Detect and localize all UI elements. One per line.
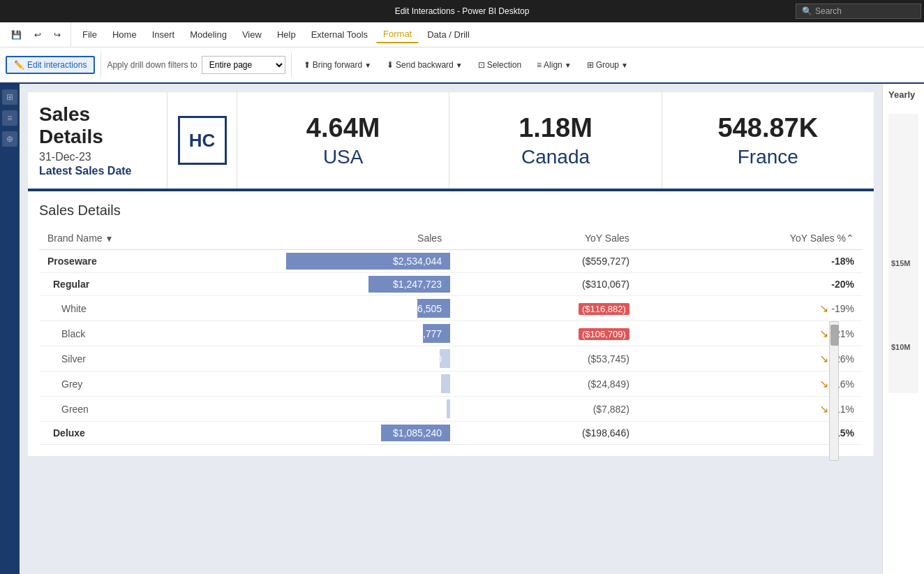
kpi-brand-date: 31-Dec-23	[39, 151, 156, 163]
kpi-brand: Sales Details 31-Dec-23 Latest Sales Dat…	[28, 92, 167, 189]
bring-forward-label: Bring forward	[313, 60, 362, 70]
yearly-chart[interactable]: $15M $10M	[888, 114, 918, 393]
send-backward-arrow: ▼	[456, 61, 463, 69]
kpi-value-france: 548.87K	[717, 113, 818, 143]
kpi-brand-label: Latest Sales Date	[39, 165, 156, 177]
row-sales-0: $2,534,044	[268, 250, 450, 273]
send-backward-btn[interactable]: ⬇ Send backward ▼	[380, 57, 469, 73]
save-icon-btn[interactable]: 💾	[6, 27, 27, 43]
sidebar-icon-grid[interactable]: ⊞	[2, 89, 17, 105]
kpi-label-canada: Canada	[521, 146, 590, 168]
menu-external-tools[interactable]: External Tools	[304, 27, 375, 43]
title-bar: Edit Interactions - Power BI Desktop 🔍 S…	[0, 0, 924, 22]
apply-drill-select[interactable]: Entire page	[202, 56, 285, 74]
th-brand-name[interactable]: Brand Name ▼	[39, 227, 268, 250]
row-yoy-1: ($310,067)	[450, 273, 638, 296]
undo-btn[interactable]: ↩	[29, 27, 47, 43]
menu-file[interactable]: File	[75, 27, 104, 43]
chart-label-10m: $10M	[891, 343, 911, 351]
menu-bar: 💾 ↩ ↪ File Home Insert Modeling View Hel…	[0, 22, 924, 47]
menu-home[interactable]: Home	[105, 27, 144, 43]
table-title: Sales Details	[39, 203, 863, 219]
kpi-label-usa: USA	[323, 146, 364, 168]
kpi-brand-title: Sales Details	[39, 103, 156, 148]
row-yoy-5: ($24,849)	[450, 371, 638, 397]
row-sales-4: $149,830	[268, 346, 450, 371]
bring-forward-arrow: ▼	[364, 61, 371, 69]
selection-btn[interactable]: ⊡ Selection	[472, 57, 528, 73]
sidebar-icon-table[interactable]: ≡	[2, 110, 17, 126]
th-sales[interactable]: Sales	[268, 227, 450, 250]
align-icon: ≡	[537, 60, 542, 70]
window-title: Edit Interactions - Power BI Desktop	[395, 6, 530, 16]
sort-arrow: ▼	[105, 234, 113, 244]
kpi-header: Sales Details 31-Dec-23 Latest Sales Dat…	[28, 92, 874, 191]
kpi-label-france: France	[738, 146, 798, 168]
row-yoy-0: ($559,727)	[450, 250, 638, 273]
menu-data-drill[interactable]: Data / Drill	[420, 27, 477, 43]
search-placeholder: Search	[815, 6, 842, 16]
selection-icon: ⊡	[478, 60, 485, 70]
right-panel-label: Yearly	[888, 89, 915, 100]
group-btn[interactable]: ⊞ Group ▼	[581, 57, 634, 73]
edit-interactions-label: Edit interactions	[27, 60, 87, 70]
menu-view[interactable]: View	[235, 27, 269, 43]
right-panel: Yearly $15M $10M	[882, 84, 924, 574]
row-yoy-3: ($106,709)	[450, 321, 638, 346]
row-name-3: Black	[39, 321, 268, 346]
table-row[interactable]: Proseware$2,534,044($559,727)-18%	[39, 250, 863, 273]
table-row[interactable]: Black$413,777($106,709)↘ -21%	[39, 321, 863, 346]
th-yoy-sales[interactable]: YoY Sales	[450, 227, 638, 250]
row-name-4: Silver	[39, 346, 268, 371]
row-yoy-2: ($116,882)	[450, 296, 638, 321]
edit-interactions-btn[interactable]: ✏️ Edit interactions	[6, 56, 95, 74]
ribbon-sep2	[291, 52, 292, 78]
align-label: Align	[544, 60, 562, 70]
chart-label-15m: $15M	[891, 259, 911, 267]
kpi-card-usa[interactable]: 4.64M USA	[237, 92, 449, 189]
redo-btn[interactable]: ↪	[48, 27, 66, 43]
scroll-hint[interactable]	[829, 321, 839, 461]
trend-arrow-icon: ↘	[819, 302, 831, 314]
table-row[interactable]: Silver$149,830($53,745)↘ -26%	[39, 346, 863, 371]
row-yoy-pct-2: ↘ -19%	[638, 296, 863, 321]
apply-drill-label: Apply drill down filters to	[107, 60, 197, 70]
edit-interactions-icon: ✏️	[14, 60, 24, 70]
row-yoy-4: ($53,745)	[450, 346, 638, 371]
menu-insert[interactable]: Insert	[145, 27, 182, 43]
sep1	[70, 22, 71, 47]
title-bar-controls: 🔍 Search	[796, 0, 924, 22]
kpi-value-usa: 4.64M	[306, 113, 380, 143]
row-name-1: Regular	[39, 273, 268, 296]
kpi-value-canada: 1.18M	[519, 113, 593, 143]
table-row[interactable]: Green$62,686($7,882)↘ -11%	[39, 397, 863, 422]
bring-forward-btn[interactable]: ⬆ Bring forward ▼	[297, 57, 378, 73]
table-row[interactable]: Grey$134,925($24,849)↘ -16%	[39, 371, 863, 397]
scroll-up-icon[interactable]: ⌃	[846, 233, 854, 244]
ribbon-sep1	[100, 52, 101, 78]
row-sales-1: $1,247,723	[268, 273, 450, 296]
menu-modeling[interactable]: Modeling	[183, 27, 234, 43]
table-row[interactable]: Regular$1,247,723($310,067)-20%	[39, 273, 863, 296]
align-btn[interactable]: ≡ Align ▼	[530, 57, 578, 73]
table-row[interactable]: White$486,505($116,882)↘ -19%	[39, 296, 863, 321]
kpi-card-canada[interactable]: 1.18M Canada	[449, 92, 662, 189]
selection-label: Selection	[487, 60, 521, 70]
table-section: Sales Details Brand Name ▼ Sales YoY Sal…	[28, 191, 874, 456]
group-arrow: ▼	[621, 61, 628, 69]
menu-help[interactable]: Help	[270, 27, 303, 43]
row-name-6: Green	[39, 397, 268, 422]
send-backward-icon: ⬇	[387, 60, 394, 70]
row-yoy-7: ($198,646)	[450, 422, 638, 445]
sidebar-icon-data[interactable]: ⊕	[2, 131, 17, 147]
menu-format[interactable]: Format	[376, 26, 419, 43]
scroll-thumb	[830, 325, 839, 346]
row-yoy-6: ($7,882)	[450, 397, 638, 422]
row-name-5: Grey	[39, 371, 268, 397]
table-row[interactable]: Deluxe$1,085,240($198,646)-15%	[39, 422, 863, 445]
row-sales-2: $486,505	[268, 296, 450, 321]
kpi-logo: HC	[167, 92, 237, 189]
th-yoy-pct[interactable]: YoY Sales % ⌃	[638, 227, 863, 250]
kpi-card-france[interactable]: 548.87K France	[662, 92, 874, 189]
search-box[interactable]: 🔍 Search	[796, 3, 921, 19]
